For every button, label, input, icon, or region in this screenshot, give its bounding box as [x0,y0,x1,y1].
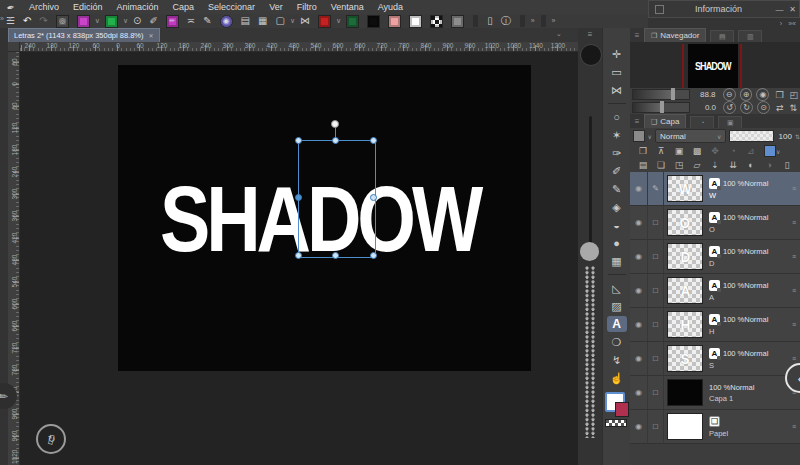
layer-row-o[interactable]: ◉□OA100 %NormalO≡ [630,206,800,240]
layer-visibility-icon[interactable]: ◉ [630,410,648,443]
transfer-down-icon[interactable]: ⇣ [706,160,724,170]
hand-tool[interactable]: ☝ [607,370,627,386]
panel-list-icon[interactable]: ▤ [634,160,652,170]
layer-checkbox[interactable]: □ [648,308,664,341]
new-vector-layer-icon[interactable]: ◳ [670,160,688,170]
collapse-chevrons-icon[interactable]: » » [0,15,13,22]
strip-menu-icon[interactable]: ≡ [578,30,602,39]
layer-checkbox[interactable]: □ [648,274,664,307]
draft-layer-icon[interactable]: ⊼ [652,146,670,156]
selection-handle[interactable] [295,252,302,259]
apply-mask-icon[interactable]: ◑ [760,160,778,170]
selection-handle[interactable] [332,252,339,259]
layer-thumbnail[interactable]: A [664,274,706,307]
lock-alpha-icon[interactable]: ▩ [688,146,706,156]
informacion-window-titlebar[interactable]: Información — ✕ [648,0,800,18]
blend-tool[interactable]: ◒ [607,217,627,233]
chevron-down-icon[interactable]: ∨ [95,14,100,28]
subview-swap-icon[interactable]: ❒ [775,90,783,100]
canvas-viewport[interactable]: SHADOW [20,52,578,465]
layer-visibility-icon[interactable]: ◉ [630,240,648,273]
layer-thumbnail[interactable]: W [664,172,706,205]
layer-checkbox[interactable]: □ [648,342,664,375]
panel-menu-icon[interactable]: ≡ [630,31,644,40]
decoration-tool[interactable]: ▦ [607,253,627,269]
chevron-down-icon[interactable]: ∨ [290,14,295,28]
ruler-range-icon[interactable]: ◔ [724,146,742,156]
layer-visibility-icon[interactable]: ◉ [630,274,648,307]
selection-handle[interactable] [295,194,302,201]
layer-row-papel[interactable]: ◉□❏Papel≡ [630,410,800,444]
flip-horizontal-icon[interactable]: ⇄ [776,103,784,113]
tab-subview[interactable]: ▤ [710,30,734,42]
layer-row-menu-icon[interactable]: ≡ [788,410,800,443]
menu-animacion[interactable]: Animación [110,0,166,14]
layer-checkbox[interactable]: □ [648,240,664,273]
rotation-handle[interactable] [331,120,339,128]
fit-to-screen-button[interactable]: ◉ [756,88,769,101]
fullscreen-icon[interactable]: ◰ [789,90,798,100]
eyedropper-tool[interactable]: ✑ [607,145,627,161]
close-button[interactable]: ✕ [786,5,799,14]
view-rotate-chip[interactable]: ◎ [56,15,69,28]
collapse-chevrons-icon[interactable]: »« [788,20,796,27]
layer-checkbox[interactable]: □ [648,206,664,239]
close-tab-icon[interactable]: ✕ [149,32,154,39]
color-chip-darkgreen[interactable] [346,15,359,28]
layer-thumbnail[interactable]: H [664,308,706,341]
layer-row-capa-1[interactable]: ◉□100 %NormalCapa 1≡ [630,376,800,410]
frame-border-tool[interactable]: ▭ [607,64,627,80]
create-mask-icon[interactable]: ◐ [742,160,760,170]
opacity-spinner[interactable]: ⇅ [795,133,800,140]
rotate-left-button[interactable]: ↺ [723,101,736,114]
tab-navegador[interactable]: ❐ Navegador [644,28,706,42]
pencil-tool[interactable]: ✐ [607,163,627,179]
color-chip-black[interactable] [367,15,380,28]
layers-stack-icon[interactable]: ▤ [241,14,250,28]
tab-layer-property[interactable]: ◔ [690,116,714,128]
color-chip-gray[interactable] [451,15,464,28]
expand-section-icon[interactable]: » [531,14,535,28]
layer-row-menu-icon[interactable]: ≡ [788,206,800,239]
zoom-in-button[interactable]: ⊕ [740,88,753,101]
layer-thumbnail[interactable]: D [664,240,706,273]
select-source-icon[interactable]: ⊿ [742,146,760,156]
chevron-down-icon[interactable]: ∨ [123,14,128,28]
selection-handle[interactable] [295,137,302,144]
layer-thumbnail[interactable]: S [664,342,706,375]
selection-handle[interactable] [332,137,339,144]
flip-horizontal-icon[interactable]: ⋈ [300,14,310,28]
zoom-slider[interactable] [632,89,690,100]
lock-layer-icon[interactable]: ▣ [670,146,688,156]
selection-tool[interactable]: ○ [607,109,627,125]
layer-row-menu-icon[interactable]: ≡ [788,274,800,307]
layer-thumbnail[interactable] [664,410,706,443]
merge-down-icon[interactable]: ⇊ [724,160,742,170]
companion-mode-button[interactable]: ▯ ↻ [36,424,66,454]
menu-filtro[interactable]: Filtro [290,0,324,14]
clip-below-icon[interactable]: ❐ [634,146,652,156]
panel-menu-icon[interactable]: ≡ [630,117,644,126]
layer-row-menu-icon[interactable]: ≡ [788,240,800,273]
brush-size-slider-track[interactable] [589,116,592,244]
menu-capa[interactable]: Capa [166,0,202,14]
layer-edit-icon[interactable]: ✎ [648,172,664,205]
balloon-tool[interactable]: ❍ [607,334,627,350]
layer-row-d[interactable]: ◉□DA100 %NormalD≡ [630,240,800,274]
blend-mode-select[interactable]: Normal ∨ [655,129,726,143]
rotate-slider[interactable] [632,102,690,113]
tool-property-icon[interactable]: ≍ [187,14,195,28]
text-tool[interactable]: A [607,316,627,332]
layer-color-chip[interactable] [633,130,645,142]
selection-area-icon[interactable]: ▢ [275,14,284,28]
selection-handle[interactable] [370,194,377,201]
menu-ver[interactable]: Ver [262,0,290,14]
tablet-companion-icon[interactable]: ▯ [487,14,493,28]
tab-item-bank[interactable]: ▥ [738,30,762,42]
chevron-down-icon[interactable]: ⌄ [556,30,562,38]
enable-mask-icon[interactable]: ✥ [706,146,724,156]
layer-row-h[interactable]: ◉□HA100 %NormalH≡ [630,308,800,342]
new-raster-layer-icon[interactable]: ❏ [652,160,670,170]
brush-chip-green[interactable] [105,15,118,28]
menu-seleccionar[interactable]: Seleccionar [201,0,262,14]
